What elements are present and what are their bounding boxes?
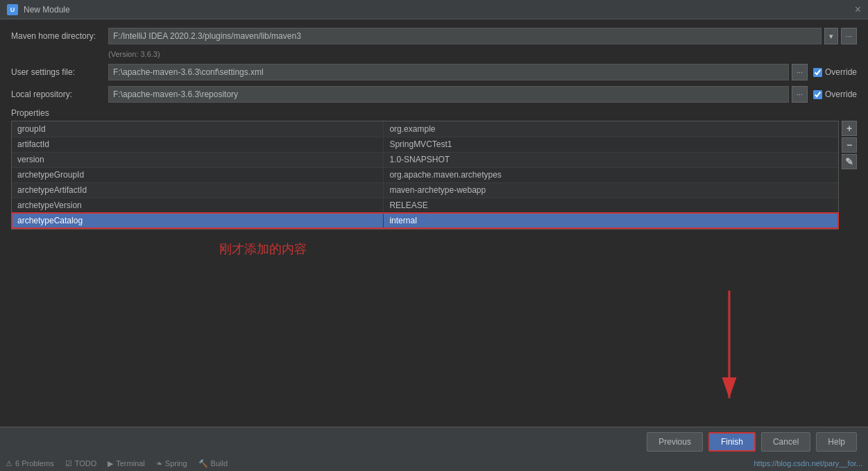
add-property-button[interactable]: + (842, 121, 857, 136)
finish-button[interactable]: Finish (708, 432, 756, 452)
spring-icon: ❧ (156, 459, 162, 468)
property-value: SpringMVCTest1 (384, 137, 838, 152)
properties-container: groupIdorg.exampleartifactIdSpringMVCTes… (11, 121, 839, 230)
property-key: archetypeCatalog (12, 213, 384, 228)
todo-icon: ☑ (65, 459, 72, 468)
terminal-icon: ▶ (108, 459, 113, 468)
maven-home-label: Maven home directory: (11, 31, 108, 41)
user-settings-input[interactable] (108, 64, 789, 80)
build-label: Build (211, 459, 228, 468)
todo-label: TODO (75, 459, 97, 468)
title-bar: U New Module × (0, 0, 868, 19)
user-settings-row: User settings file: ··· Override (11, 64, 857, 80)
property-value: org.apache.maven.archetypes (384, 167, 838, 182)
user-settings-override-label: Override (813, 67, 857, 77)
todo-status[interactable]: ☑ TODO (65, 459, 97, 468)
local-repo-override-checkbox[interactable] (813, 90, 822, 99)
maven-home-browse-btn[interactable]: ··· (841, 28, 857, 44)
property-key: groupId (12, 121, 384, 137)
local-repo-browse-btn[interactable]: ··· (792, 86, 808, 103)
local-repo-label: Local repository: (11, 89, 108, 99)
build-icon: 🔨 (198, 459, 208, 468)
annotation-text: 刚才添加的内容 (219, 241, 857, 257)
property-value: RELEASE (384, 198, 838, 213)
spring-status[interactable]: ❧ Spring (156, 459, 187, 468)
terminal-label: Terminal (116, 459, 145, 468)
maven-home-row: Maven home directory: ▾ ··· (11, 28, 857, 44)
maven-home-dropdown-btn[interactable]: ▾ (824, 28, 838, 44)
property-key: version (12, 152, 384, 167)
property-key: archetypeArtifactId (12, 182, 384, 198)
problems-status[interactable]: ⚠ 6 Problems (6, 459, 54, 468)
maven-home-input[interactable] (108, 28, 822, 44)
property-value: internal (384, 213, 838, 228)
cancel-button[interactable]: Cancel (761, 432, 810, 452)
property-value: maven-archetype-webapp (384, 182, 838, 198)
terminal-status[interactable]: ▶ Terminal (108, 459, 145, 468)
url-text[interactable]: https://blog.csdn.net/pary__for... (754, 459, 862, 468)
local-repo-row: Local repository: ··· Override (11, 86, 857, 103)
problems-label: 6 Problems (15, 459, 54, 468)
local-repo-input[interactable] (108, 86, 789, 103)
property-value: org.example (384, 121, 838, 137)
table-row[interactable]: archetypeCataloginternal (12, 213, 838, 228)
remove-property-button[interactable]: − (842, 137, 857, 153)
table-row[interactable]: archetypeGroupIdorg.apache.maven.archety… (12, 167, 838, 182)
property-key: artifactId (12, 137, 384, 152)
app-icon: U (7, 4, 18, 15)
maven-version-text: (Version: 3.6.3) (108, 50, 857, 58)
user-settings-input-container: ··· Override (108, 64, 857, 80)
property-value: 1.0-SNAPSHOT (384, 152, 838, 167)
status-bar: ⚠ 6 Problems ☑ TODO ▶ Terminal ❧ Spring … (0, 456, 868, 471)
table-row[interactable]: version1.0-SNAPSHOT (12, 152, 838, 167)
local-repo-input-container: ··· Override (108, 86, 857, 103)
spring-label: Spring (165, 459, 187, 468)
table-row[interactable]: archetypeArtifactIdmaven-archetype-webap… (12, 182, 838, 198)
table-row[interactable]: archetypeVersionRELEASE (12, 198, 838, 213)
property-key: archetypeGroupId (12, 167, 384, 182)
main-content: Maven home directory: ▾ ··· (Version: 3.… (0, 19, 868, 443)
previous-button[interactable]: Previous (647, 432, 703, 452)
local-repo-override-label: Override (813, 89, 857, 99)
footer: Previous Finish Cancel Help (0, 427, 868, 456)
help-button[interactable]: Help (816, 432, 857, 452)
property-key: archetypeVersion (12, 198, 384, 213)
build-status[interactable]: 🔨 Build (198, 459, 228, 468)
window-title: New Module (24, 5, 70, 15)
maven-home-input-container: ▾ ··· (108, 28, 857, 44)
table-row[interactable]: artifactIdSpringMVCTest1 (12, 137, 838, 152)
properties-side-buttons: + − ✎ (842, 121, 857, 230)
user-settings-override-checkbox[interactable] (813, 68, 822, 77)
properties-wrapper: groupIdorg.exampleartifactIdSpringMVCTes… (11, 121, 857, 230)
properties-table: groupIdorg.exampleartifactIdSpringMVCTes… (12, 121, 838, 229)
table-row[interactable]: groupIdorg.example (12, 121, 838, 137)
close-button[interactable]: × (855, 4, 861, 15)
problems-icon: ⚠ (6, 459, 12, 468)
user-settings-browse-btn[interactable]: ··· (792, 64, 808, 80)
edit-property-button[interactable]: ✎ (842, 154, 857, 169)
user-settings-label: User settings file: (11, 67, 108, 77)
red-arrow (708, 291, 750, 416)
properties-section-title: Properties (11, 108, 857, 118)
